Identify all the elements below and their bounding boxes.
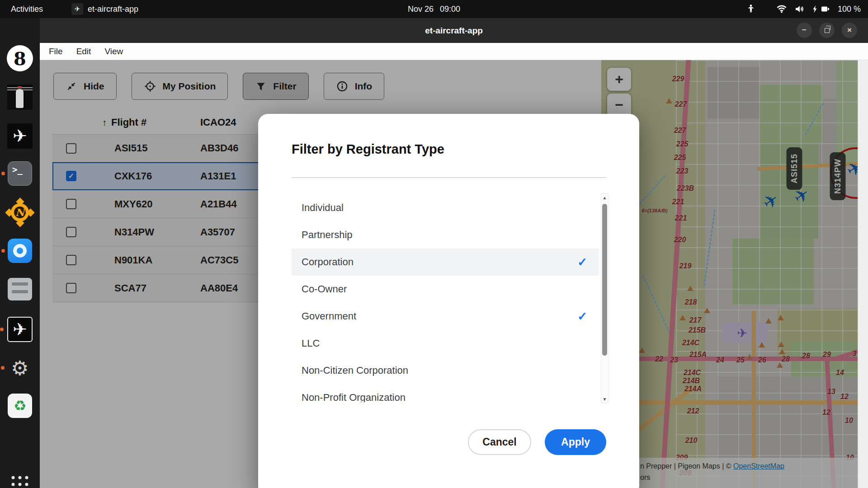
wifi-icon[interactable] xyxy=(776,4,788,14)
activities-button[interactable]: Activities xyxy=(11,0,43,18)
option-label: Non-Citizen Corporation xyxy=(302,365,408,376)
option-label: Partnership xyxy=(302,229,353,241)
terminal-icon: >_ xyxy=(8,161,32,186)
volume-icon[interactable] xyxy=(794,4,805,14)
cabinet-icon xyxy=(8,278,32,300)
registrant-type-option[interactable]: Government✓ xyxy=(292,303,599,330)
dock-icon-rocket[interactable] xyxy=(7,84,33,110)
scrollbar-thumb[interactable] xyxy=(602,204,607,356)
dock-icon-compass[interactable]: N xyxy=(7,200,33,225)
registrant-type-option[interactable]: Partnership xyxy=(292,221,599,249)
check-icon: ✓ xyxy=(577,255,587,269)
registrant-type-option[interactable]: Corporation✓ xyxy=(292,249,599,276)
apply-button[interactable]: Apply xyxy=(545,429,606,455)
charging-bolt-icon xyxy=(812,4,818,14)
cancel-button[interactable]: Cancel xyxy=(468,429,531,455)
dock-icon-recycle[interactable]: ♻ xyxy=(8,394,32,418)
registrant-type-option[interactable]: Non-Citizen Corporation xyxy=(292,357,599,384)
minimize-button[interactable]: − xyxy=(797,23,812,38)
clock-time: 09:00 xyxy=(440,5,460,14)
dock-icon-browser[interactable] xyxy=(8,239,32,263)
recycle-icon: ♻ xyxy=(8,394,32,418)
dock: 8 ✈ >_ N ✈ ⚙ ♻ xyxy=(0,18,40,488)
notification-dot xyxy=(0,328,4,331)
menu-bar: File Edit View xyxy=(40,43,868,60)
menu-edit[interactable]: Edit xyxy=(76,47,91,56)
registrant-type-option[interactable]: LLC xyxy=(292,330,599,357)
option-label: Corporation xyxy=(302,256,354,268)
option-label: Individual xyxy=(302,202,344,214)
accessibility-icon[interactable] xyxy=(745,4,756,14)
rocket-icon xyxy=(7,84,33,110)
dock-icon-eight-ball[interactable]: 8 xyxy=(7,45,33,71)
window-controls: − × xyxy=(797,23,857,38)
restore-icon xyxy=(825,28,830,33)
blue-ring-icon xyxy=(8,239,32,263)
window-scrollbar-strip[interactable] xyxy=(858,60,868,488)
dock-icon-terminal[interactable]: >_ xyxy=(8,161,32,186)
notification-dot xyxy=(1,366,5,370)
scroll-up-arrow[interactable]: ▲ xyxy=(601,194,608,201)
gear-icon: ⚙ xyxy=(7,355,33,380)
dock-icon-aircraft-app[interactable]: ✈ xyxy=(7,123,33,149)
check-icon: ✓ xyxy=(577,310,587,324)
option-label: Co-Owner xyxy=(302,283,347,295)
close-button[interactable]: × xyxy=(842,23,857,38)
dialog-title: Filter by Registrant Type xyxy=(292,142,444,157)
registrant-type-list: IndividualPartnershipCorporation✓Co-Owne… xyxy=(292,194,599,402)
window-titlebar[interactable]: et-aircraft-app − × xyxy=(40,18,868,43)
desktop: Activities ✈ et-aircraft-app Nov 26 09:0… xyxy=(0,0,868,488)
option-label: LLC xyxy=(302,338,320,349)
battery-icon[interactable] xyxy=(820,4,831,14)
menu-view[interactable]: View xyxy=(104,47,123,56)
gnome-top-bar: Activities ✈ et-aircraft-app Nov 26 09:0… xyxy=(0,0,868,18)
registrant-type-option[interactable]: Non-Profit Organization xyxy=(292,384,599,402)
window-title: et-aircraft-app xyxy=(425,26,483,36)
option-label: Non-Profit Organization xyxy=(302,392,406,402)
dock-icon-aircraft-app-active[interactable]: ✈ xyxy=(7,317,33,342)
dialog-divider xyxy=(292,177,606,178)
dock-icon-settings[interactable]: ⚙ xyxy=(7,355,33,380)
registrant-type-option[interactable]: Individual xyxy=(292,194,599,221)
option-label: Government xyxy=(302,310,356,322)
filter-dialog: Filter by Registrant Type IndividualPart… xyxy=(258,114,639,488)
notification-dot xyxy=(1,172,5,175)
eight-ball-icon: 8 xyxy=(7,45,33,71)
restore-button[interactable] xyxy=(819,23,835,38)
app-grid-button[interactable] xyxy=(12,476,28,488)
system-status-area[interactable]: 100 % xyxy=(745,0,861,18)
menu-file[interactable]: File xyxy=(49,47,63,56)
compass-icon: N xyxy=(7,200,33,225)
airplane-icon: ✈ xyxy=(7,123,33,149)
clock[interactable]: Nov 26 09:00 xyxy=(408,0,460,18)
clock-date: Nov 26 xyxy=(408,5,434,14)
dialog-scrollbar[interactable]: ▲ ▼ xyxy=(601,193,609,403)
focused-app-menu[interactable]: ✈ et-aircraft-app xyxy=(71,0,138,18)
registrant-type-option[interactable]: Co-Owner xyxy=(292,276,599,303)
app-airplane-icon: ✈ xyxy=(71,3,83,15)
focused-app-name: et-aircraft-app xyxy=(88,5,138,14)
airplane-icon: ✈ xyxy=(7,317,33,342)
app-grid-icon xyxy=(12,476,28,488)
dock-icon-file-cabinet[interactable] xyxy=(8,278,32,300)
notification-dot xyxy=(1,249,5,253)
battery-percent: 100 % xyxy=(838,5,861,14)
scroll-down-arrow[interactable]: ▼ xyxy=(601,395,608,403)
